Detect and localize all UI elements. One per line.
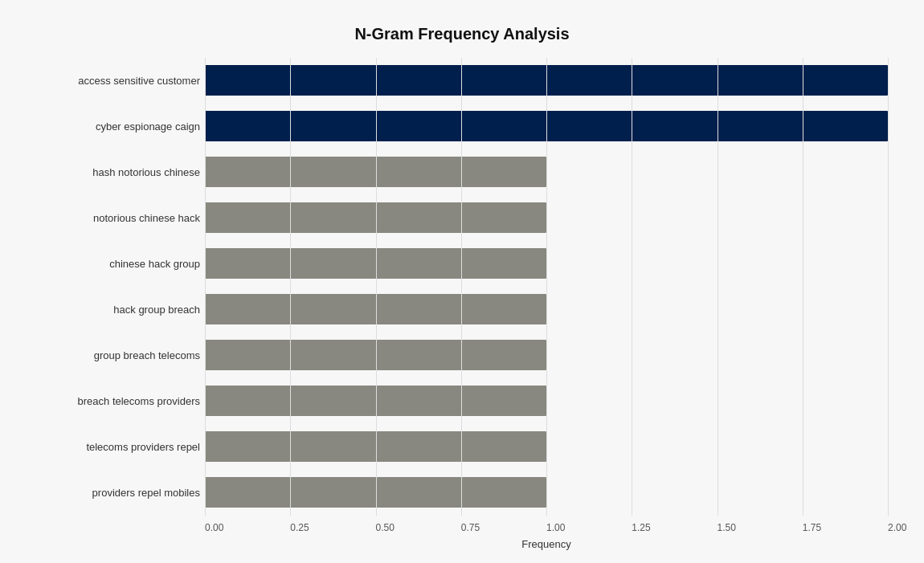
bar-row [205, 472, 888, 512]
bar [205, 386, 546, 416]
chart-area: access sensitive customercyber espionage… [36, 58, 888, 500]
bar-row [205, 243, 888, 284]
y-label: notorious chinese hack [36, 195, 200, 241]
y-labels: access sensitive customercyber espionage… [36, 58, 205, 516]
chart-container: N-Gram Frequency Analysis access sensiti… [20, 9, 904, 555]
bar [205, 477, 546, 508]
bars-section [205, 58, 888, 516]
bar-row [205, 381, 888, 421]
bar [205, 157, 546, 187]
y-label: group breach telecoms [36, 332, 200, 378]
bar [205, 294, 546, 324]
bar-row [205, 198, 888, 238]
y-label: providers repel mobiles [36, 470, 200, 516]
bar [205, 248, 546, 279]
y-label: breach telecoms providers [36, 378, 200, 424]
bar-row [205, 106, 888, 146]
y-label: hash notorious chinese [36, 149, 200, 195]
y-label: hack group breach [36, 287, 200, 332]
plot-area: access sensitive customercyber espionage… [36, 58, 888, 516]
bar-row [205, 335, 888, 375]
bar [205, 340, 546, 370]
y-label: chinese hack group [36, 241, 200, 287]
bar-row [205, 60, 888, 100]
bar-row [205, 289, 888, 329]
bar [205, 202, 546, 233]
chart-title: N-Gram Frequency Analysis [36, 25, 888, 43]
y-label: access sensitive customer [36, 58, 200, 104]
bar [205, 65, 888, 96]
bar [205, 111, 888, 141]
y-label: cyber espionage caign [36, 104, 200, 149]
bar [205, 431, 546, 462]
grid-line [888, 58, 889, 516]
x-axis: 0.000.250.500.751.001.251.501.752.00 [36, 519, 888, 533]
x-tick-labels: 0.000.250.500.751.001.251.501.752.00 [205, 519, 888, 533]
y-label: telecoms providers repel [36, 424, 200, 470]
bar-row [205, 426, 888, 467]
bar-row [205, 152, 888, 192]
x-axis-label: Frequency [36, 538, 888, 550]
